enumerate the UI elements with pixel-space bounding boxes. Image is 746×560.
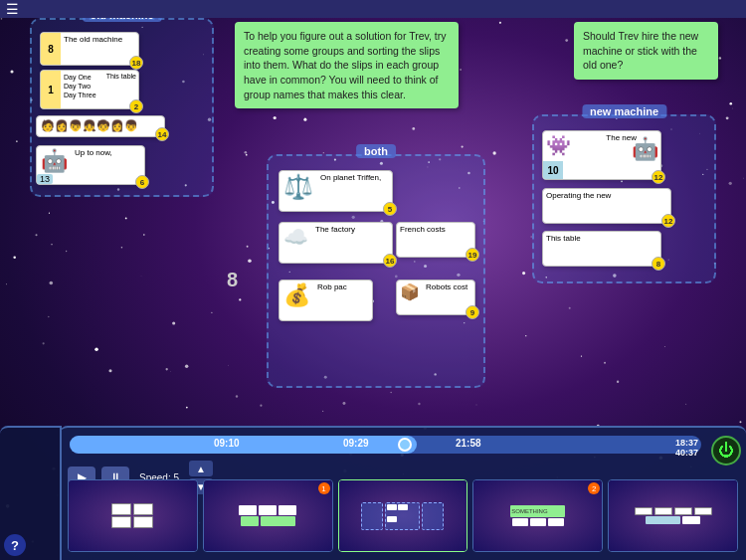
bottom-controls: 09:10 09:29 21:58 18:37 40:37 ▶ ⏸ Speed:… [60,426,746,560]
both-card-robot-bag[interactable]: 💰 Rob pac [279,280,373,321]
thumbnail-5[interactable] [608,479,738,552]
both-card-factory[interactable]: ☁️ The factory 16 [279,222,393,264]
help-button[interactable]: ? [4,534,26,556]
instruction-note-right: Should Trev hire the new machine or stic… [574,22,718,80]
both-label: both [356,144,396,158]
old-card-2[interactable]: 1 Day OneDay TwoDay Three This table 2 [40,70,139,109]
thumbnail-1[interactable] [68,479,198,552]
both-card-french-costs[interactable]: French costs 19 [396,222,475,258]
new-card-operating[interactable]: Operating the new 12 [542,188,671,224]
both-card-scales[interactable]: ⚖️ On planet Triffen, 5 [279,170,393,212]
timeline[interactable] [70,436,701,454]
old-card-people[interactable]: 🧑👩👦👧🧒👩👦 14 [36,115,165,137]
both-card-robots-cost[interactable]: 📦 Robots cost 9 [396,280,475,315]
time-total: 18:37 [675,438,698,448]
time-elapsed: 40:37 [675,448,698,458]
float-number: 8 [227,269,238,291]
new-machine-label: new machine [582,104,666,118]
old-machine-panel: old machine 8 The old machine 18 1 Day O… [30,18,214,197]
power-button[interactable]: ⏻ [711,436,741,466]
thumbnails-row: 1 SOMETHING [68,479,738,552]
menu-icon[interactable]: ☰ [6,1,19,17]
new-card-robot[interactable]: 👾 The new 🤖 10 12 [542,130,661,180]
time-end: 21:58 [456,438,481,449]
speed-up-button[interactable]: ▲ [189,461,213,476]
thumbnail-2-badge: 1 [318,482,330,494]
both-panel: both ⚖️ On planet Triffen, 5 ☁️ The fact… [267,154,485,388]
thumbnail-3[interactable] [338,479,468,552]
old-card-1[interactable]: 8 The old machine 18 [40,32,139,66]
new-machine-panel: new machine 👾 The new 🤖 10 12 Operating … [532,114,716,283]
thumbnail-4[interactable]: SOMETHING 2 [472,479,603,552]
thumbnail-2[interactable]: 1 [203,479,333,552]
top-menu-bar: ☰ [0,0,746,18]
time-mid: 09:29 [343,438,369,449]
old-card-robot[interactable]: 🤖 Up to now, 6 13 [36,145,145,185]
instruction-note-left: To help you figure out a solution for Tr… [235,22,459,108]
time-start: 09:10 [214,438,240,449]
new-card-table[interactable]: This table 8 [542,231,661,267]
left-sidebar: ? [0,426,62,560]
